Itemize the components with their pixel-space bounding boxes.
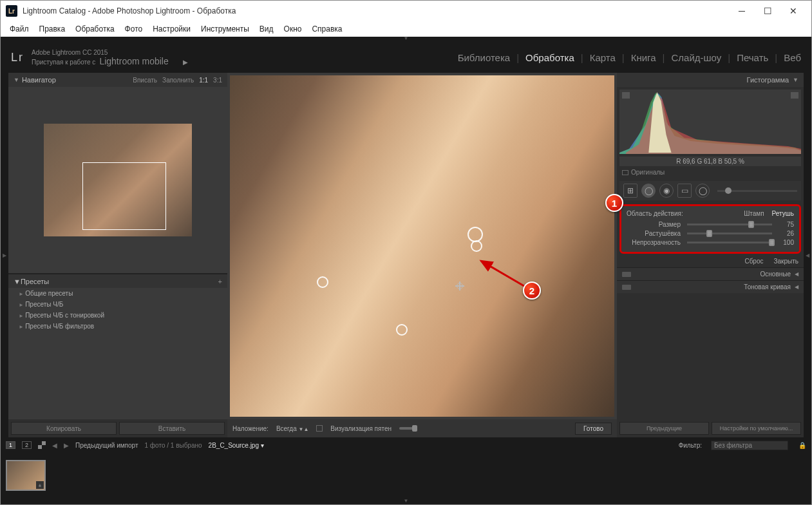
image-canvas[interactable]: 2 xyxy=(230,75,614,417)
menu-edit[interactable]: Правка xyxy=(35,23,70,35)
histogram-svg xyxy=(619,90,801,154)
svg-line-0 xyxy=(481,261,527,288)
spots-label: Визуализация пятен xyxy=(330,425,392,432)
crop-tool[interactable]: ⊞ xyxy=(623,184,637,198)
prev-photo-button[interactable]: ◀ xyxy=(52,442,57,449)
navigator-viewport[interactable] xyxy=(82,162,166,230)
previous-button[interactable]: Предыдущие xyxy=(619,422,709,435)
feather-slider[interactable] xyxy=(687,233,772,234)
navigator-thumbnail[interactable] xyxy=(44,124,192,236)
close-button[interactable]: ✕ xyxy=(780,2,806,20)
paste-button[interactable]: Вставить xyxy=(119,422,225,435)
app-logo: Lr xyxy=(11,51,24,64)
mode-stamp[interactable]: Штамп xyxy=(744,210,764,217)
filter-select[interactable]: Без фильтра xyxy=(711,441,788,450)
top-panel-toggle[interactable] xyxy=(1,37,811,42)
preset-group[interactable]: Пресеты Ч/Б с тонировкой xyxy=(8,310,227,321)
photo-count: 1 фото / 1 выбрано xyxy=(145,442,202,449)
originals-toggle[interactable]: Оригиналы xyxy=(617,166,804,178)
module-map[interactable]: Карта xyxy=(590,52,616,63)
right-panel: Гистограмма ▼ R 69,6 G 61,8 B 50,5 % Ори… xyxy=(617,73,804,437)
grid-icon[interactable] xyxy=(38,441,46,449)
shadow-clip-icon[interactable] xyxy=(622,92,630,99)
brush-size-slider[interactable] xyxy=(717,190,797,192)
presets-list: Общие пресеты Пресеты Ч/Б Пресеты Ч/Б с … xyxy=(8,288,227,419)
mobile-link[interactable]: Lightroom mobile xyxy=(99,56,168,66)
add-preset-button[interactable]: + xyxy=(218,278,222,285)
menu-view[interactable]: Вид xyxy=(256,23,278,35)
module-web[interactable]: Веб xyxy=(784,52,801,63)
callout-1: 1 xyxy=(605,194,623,212)
window-title: Lightroom Catalog - Adobe Photoshop Ligh… xyxy=(23,6,236,15)
heal-spot[interactable] xyxy=(396,324,408,336)
redeye-tool[interactable]: ◉ xyxy=(659,184,674,198)
module-slideshow[interactable]: Слайд-шоу xyxy=(672,52,722,63)
tone-curve-header[interactable]: Тоновая кривая◀ xyxy=(617,280,804,293)
radial-filter-tool[interactable]: ◯ xyxy=(695,184,710,198)
menu-file[interactable]: Файл xyxy=(6,23,33,35)
module-develop[interactable]: Обработка xyxy=(525,52,574,63)
navigator-panel[interactable] xyxy=(8,87,227,274)
module-print[interactable]: Печать xyxy=(737,52,768,63)
area-label: Область действия: xyxy=(627,210,683,217)
next-photo-button[interactable]: ▶ xyxy=(64,442,69,449)
defaults-button[interactable]: Настройки по умолчанию... xyxy=(712,422,801,435)
size-slider[interactable] xyxy=(687,224,772,225)
spots-threshold-slider[interactable] xyxy=(399,427,451,430)
opacity-slider[interactable] xyxy=(687,242,772,243)
maximize-button[interactable]: ☐ xyxy=(755,2,780,20)
menu-tools[interactable]: Инструменты xyxy=(197,23,253,35)
filter-lock-icon[interactable]: 🔒 xyxy=(798,442,806,449)
close-tool-button[interactable]: Закрыть xyxy=(773,258,798,265)
nav-3to1[interactable]: 3:1 xyxy=(213,77,222,84)
preset-group[interactable]: Общие пресеты xyxy=(8,288,227,299)
highlight-clip-icon[interactable] xyxy=(791,92,798,99)
app-header: Lr Adobe Lightroom CC 2015 Приступая к р… xyxy=(1,42,811,73)
done-button[interactable]: Готово xyxy=(575,423,612,435)
nav-1to1[interactable]: 1:1 xyxy=(199,77,208,84)
filmstrip[interactable]: ± xyxy=(1,453,811,498)
preset-group[interactable]: Пресеты Ч/Б xyxy=(8,299,227,310)
spots-checkbox[interactable] xyxy=(316,425,323,432)
heal-spot[interactable] xyxy=(471,240,482,252)
import-source[interactable]: Предыдущий импорт xyxy=(75,442,138,449)
minimize-button[interactable]: ─ xyxy=(729,2,755,20)
right-edge-toggle[interactable]: ◀ xyxy=(804,73,811,437)
bottom-panel-toggle[interactable] xyxy=(1,498,811,504)
view-1[interactable]: 1 xyxy=(6,441,15,449)
menu-develop[interactable]: Обработка xyxy=(71,23,118,35)
histogram-display[interactable] xyxy=(619,90,801,154)
app-version: Adobe Lightroom CC 2015 xyxy=(32,49,188,56)
view-2[interactable]: 2 xyxy=(22,441,32,449)
filename[interactable]: 2B_C_Source.jpg ▾ xyxy=(209,442,264,449)
play-icon[interactable]: ▶ xyxy=(183,59,188,66)
overlay-select[interactable]: Всегда ▼▲ xyxy=(276,425,308,432)
filmstrip-thumbnail[interactable]: ± xyxy=(6,460,46,491)
mode-heal[interactable]: Ретушь xyxy=(772,210,794,217)
reset-button[interactable]: Сброс xyxy=(744,258,763,265)
tone-switch-icon[interactable] xyxy=(622,285,631,290)
spot-removal-tool[interactable]: ◯ xyxy=(641,184,656,198)
left-edge-toggle[interactable]: ▶ xyxy=(1,73,8,437)
module-library[interactable]: Библиотека xyxy=(458,52,511,63)
nav-fill[interactable]: Заполнить xyxy=(162,77,194,84)
menu-help[interactable]: Справка xyxy=(308,23,346,35)
feather-label: Растушёвка xyxy=(627,230,685,237)
module-book[interactable]: Книга xyxy=(631,52,656,63)
preset-group[interactable]: Пресеты Ч/Б фильтров xyxy=(8,321,227,332)
presets-header[interactable]: ▼ Пресеты + xyxy=(8,274,227,288)
app-icon: Lr xyxy=(6,5,17,17)
app-body: Lr Adobe Lightroom CC 2015 Приступая к р… xyxy=(1,37,811,504)
menu-photo[interactable]: Фото xyxy=(121,23,147,35)
heal-spot[interactable] xyxy=(317,276,328,288)
graduated-filter-tool[interactable]: ▭ xyxy=(677,184,692,198)
menu-window[interactable]: Окно xyxy=(280,23,306,35)
nav-fit[interactable]: Вписать xyxy=(133,77,157,84)
basic-switch-icon[interactable] xyxy=(622,272,631,277)
navigator-header[interactable]: ▼ Навигатор Вписать Заполнить 1:1 3:1 xyxy=(8,73,227,87)
opacity-value: 100 xyxy=(775,239,794,246)
menu-settings[interactable]: Настройки xyxy=(149,23,194,35)
histogram-header[interactable]: Гистограмма ▼ xyxy=(617,73,804,87)
copy-button[interactable]: Копировать xyxy=(11,422,117,435)
basic-header[interactable]: Основные◀ xyxy=(617,267,804,280)
